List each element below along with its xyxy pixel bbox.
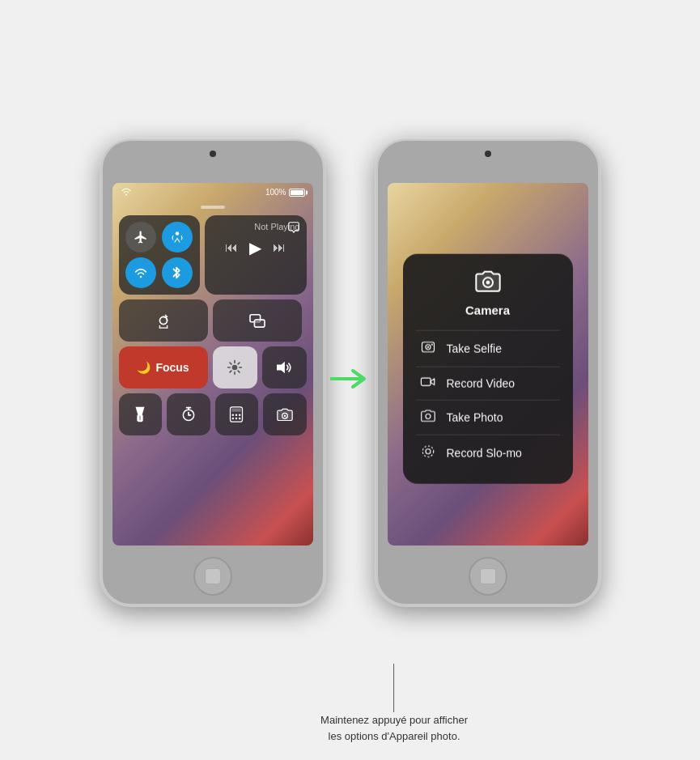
camera-button[interactable] xyxy=(263,393,307,435)
svg-line-12 xyxy=(230,371,231,372)
svg-point-24 xyxy=(235,414,238,415)
cc-focus-row: 🌙 Focus xyxy=(119,346,307,388)
camera-popup: Camera Take Selfie xyxy=(403,253,573,483)
record-slomo-option[interactable]: Record Slo-mo xyxy=(416,434,560,470)
timer-button[interactable] xyxy=(167,393,210,435)
media-controls: ⏮ ▶ ⏭ xyxy=(211,238,300,257)
home-button-inner xyxy=(205,568,221,584)
wifi-status xyxy=(121,187,132,197)
home-button-left[interactable] xyxy=(193,557,232,596)
cc-bottom-row xyxy=(119,393,307,435)
svg-rect-38 xyxy=(421,378,431,385)
airdrop-button[interactable] xyxy=(162,222,193,253)
caption: Maintenez appuyé pour afficher les optio… xyxy=(320,712,468,744)
media-block: Not Playing ⏮ ▶ ⏭ xyxy=(205,215,307,295)
svg-point-40 xyxy=(422,445,434,456)
home-button-right[interactable] xyxy=(469,557,507,596)
flashlight-button[interactable] xyxy=(119,393,163,435)
svg-point-33 xyxy=(486,280,490,284)
callout-line-svg xyxy=(393,664,395,712)
focus-label: Focus xyxy=(155,361,189,374)
battery-status: 100% xyxy=(265,188,305,197)
camera-popup-title-area: Camera xyxy=(416,270,560,316)
caption-line2: les options d'Appareil photo. xyxy=(320,728,468,745)
wifi-button[interactable] xyxy=(125,257,156,288)
svg-point-25 xyxy=(239,414,241,415)
svg-point-0 xyxy=(175,231,179,236)
cc-grid: Not Playing ⏮ ▶ ⏭ xyxy=(119,215,307,539)
orientation-lock-button[interactable] xyxy=(119,299,208,342)
svg-point-39 xyxy=(426,414,431,418)
moon-icon: 🌙 xyxy=(137,361,151,374)
airplane-button[interactable] xyxy=(125,222,156,253)
record-slomo-label: Record Slo-mo xyxy=(447,446,522,459)
cc-top-row: Not Playing ⏮ ▶ ⏭ xyxy=(119,215,307,295)
play-button[interactable]: ▶ xyxy=(249,238,261,257)
status-bar-left: 100% xyxy=(112,183,313,202)
focus-button[interactable]: 🌙 Focus xyxy=(119,346,208,388)
fast-forward-button[interactable]: ⏭ xyxy=(273,240,286,255)
svg-point-41 xyxy=(426,448,431,453)
svg-point-36 xyxy=(426,346,428,347)
svg-rect-3 xyxy=(254,320,265,327)
svg-point-28 xyxy=(239,417,241,419)
selfie-icon xyxy=(419,339,437,357)
scene: 100% xyxy=(0,0,700,760)
svg-point-30 xyxy=(284,414,286,417)
arrow-container xyxy=(330,365,371,396)
svg-point-27 xyxy=(235,417,238,419)
device-camera-left xyxy=(210,151,216,157)
take-selfie-label: Take Selfie xyxy=(447,342,502,355)
slomo-icon xyxy=(419,444,437,461)
arrow-icon xyxy=(330,365,371,396)
volume-button[interactable] xyxy=(262,346,307,388)
brightness-button[interactable] xyxy=(213,346,257,388)
right-device: Camera Take Selfie xyxy=(375,138,601,607)
camera-popup-title: Camera xyxy=(465,303,510,316)
svg-line-11 xyxy=(238,363,240,364)
right-screen: Camera Take Selfie xyxy=(388,183,588,546)
svg-marker-13 xyxy=(277,361,285,372)
caption-container: Maintenez appuyé pour afficher les optio… xyxy=(320,664,468,744)
svg-line-9 xyxy=(230,363,231,364)
home-button-right-inner xyxy=(480,568,496,584)
svg-point-26 xyxy=(232,417,235,419)
cc-second-row xyxy=(119,299,307,342)
calculator-button[interactable] xyxy=(215,393,259,435)
record-video-option[interactable]: Record Video xyxy=(416,366,560,399)
screen-mirror-button[interactable] xyxy=(213,299,302,342)
left-screen: 100% xyxy=(112,183,313,546)
rewind-button[interactable]: ⏮ xyxy=(225,240,238,255)
take-photo-option[interactable]: Take Photo xyxy=(416,399,560,434)
take-selfie-option[interactable]: Take Selfie xyxy=(416,329,560,366)
svg-point-4 xyxy=(232,364,238,370)
svg-rect-37 xyxy=(431,343,432,345)
photo-icon xyxy=(419,409,437,425)
left-device: 100% xyxy=(100,138,326,607)
take-photo-label: Take Photo xyxy=(447,410,503,423)
bluetooth-button[interactable] xyxy=(162,257,193,288)
svg-line-10 xyxy=(238,371,240,372)
svg-point-23 xyxy=(232,414,235,415)
cc-handle[interactable] xyxy=(201,206,225,209)
camera-popup-icon xyxy=(475,270,501,298)
battery-percent-text: 100% xyxy=(265,188,286,197)
svg-rect-22 xyxy=(231,408,241,411)
device-camera-right xyxy=(485,151,491,157)
video-icon xyxy=(419,376,437,390)
connectivity-block xyxy=(119,215,200,295)
caption-line1: Maintenez appuyé pour afficher xyxy=(320,712,468,728)
airplay-icon[interactable] xyxy=(287,222,300,236)
record-video-label: Record Video xyxy=(447,376,515,389)
